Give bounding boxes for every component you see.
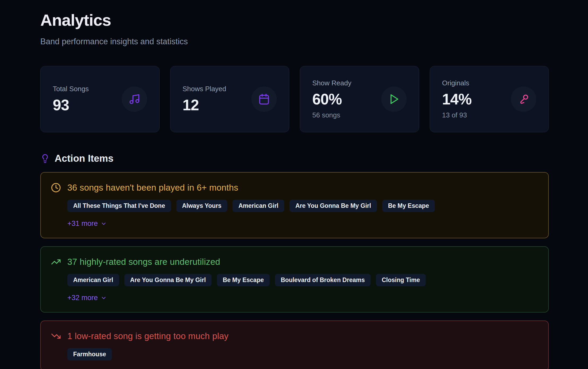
trending-down-icon bbox=[51, 331, 61, 341]
stat-label: Shows Played bbox=[183, 85, 226, 93]
stat-card-shows-played: Shows Played 12 bbox=[170, 66, 289, 132]
song-chip: Be My Escape bbox=[382, 200, 435, 212]
calendar-icon bbox=[258, 93, 270, 105]
action-card-head: 36 songs haven't been played in 6+ month… bbox=[51, 183, 538, 193]
stat-label: Total Songs bbox=[53, 85, 89, 93]
chevron-down-icon bbox=[100, 221, 107, 227]
song-chip: Farmhouse bbox=[67, 348, 112, 361]
show-more-label: +31 more bbox=[67, 219, 98, 228]
stats-row: Total Songs 93 Shows Played 12 Show Read… bbox=[40, 66, 549, 132]
show-more-button[interactable]: +32 more bbox=[67, 294, 107, 302]
action-items-header: Action Items bbox=[40, 153, 549, 164]
song-chip: Are You Gonna Be My Girl bbox=[289, 200, 377, 212]
stat-label: Show Ready bbox=[312, 79, 351, 87]
song-chip: American Girl bbox=[67, 274, 119, 286]
analytics-page: Analytics Band performance insights and … bbox=[0, 0, 588, 369]
action-card-head: 1 low-rated song is getting too much pla… bbox=[51, 331, 538, 341]
song-chip: Always Yours bbox=[176, 200, 227, 212]
page-title: Analytics bbox=[40, 11, 549, 29]
action-card-title: 1 low-rated song is getting too much pla… bbox=[67, 331, 229, 341]
song-chip: Closing Time bbox=[376, 274, 426, 286]
stat-sub: 13 of 93 bbox=[442, 111, 472, 119]
show-more-label: +32 more bbox=[67, 294, 98, 302]
stat-label: Originals bbox=[442, 79, 472, 87]
action-card-title: 36 songs haven't been played in 6+ month… bbox=[67, 183, 238, 193]
stat-value: 93 bbox=[53, 96, 89, 114]
action-card-not-played: 36 songs haven't been played in 6+ month… bbox=[40, 172, 549, 238]
show-more-button[interactable]: +31 more bbox=[67, 219, 107, 228]
stat-value: 14% bbox=[442, 90, 472, 108]
clock-icon bbox=[51, 183, 61, 193]
stat-card-originals: Originals 14% 13 of 93 bbox=[430, 66, 549, 132]
action-card-title: 37 highly-rated songs are underutilized bbox=[67, 257, 220, 267]
action-card-underutilized: 37 highly-rated songs are underutilized … bbox=[40, 246, 549, 313]
microphone-icon bbox=[518, 93, 529, 105]
icon-bubble bbox=[251, 86, 277, 112]
stat-text: Total Songs 93 bbox=[53, 85, 89, 114]
play-icon bbox=[388, 93, 400, 105]
icon-bubble bbox=[381, 86, 407, 112]
page-subtitle: Band performance insights and statistics bbox=[40, 37, 549, 46]
song-chip-list: All These Things That I've Done Always Y… bbox=[67, 200, 538, 212]
icon-bubble bbox=[122, 86, 147, 112]
action-card-head: 37 highly-rated songs are underutilized bbox=[51, 257, 538, 267]
song-chip: Be My Escape bbox=[217, 274, 270, 286]
stat-value: 60% bbox=[312, 90, 351, 108]
action-card-overplayed: 1 low-rated song is getting too much pla… bbox=[40, 320, 549, 369]
stat-text: Shows Played 12 bbox=[183, 85, 226, 114]
chevron-down-icon bbox=[100, 295, 107, 301]
stat-card-total-songs: Total Songs 93 bbox=[40, 66, 160, 132]
lightbulb-icon bbox=[40, 154, 50, 163]
stat-text: Show Ready 60% 56 songs bbox=[312, 79, 351, 119]
music-note-icon bbox=[129, 93, 140, 105]
song-chip-list: Farmhouse bbox=[67, 348, 538, 361]
stat-card-show-ready: Show Ready 60% 56 songs bbox=[300, 66, 419, 132]
icon-bubble bbox=[511, 86, 536, 112]
stat-sub: 56 songs bbox=[312, 111, 351, 119]
song-chip: American Girl bbox=[232, 200, 284, 212]
stat-value: 12 bbox=[183, 96, 226, 114]
song-chip: Boulevard of Broken Dreams bbox=[275, 274, 371, 286]
trending-up-icon bbox=[51, 257, 61, 267]
section-title: Action Items bbox=[55, 153, 113, 164]
stat-text: Originals 14% 13 of 93 bbox=[442, 79, 472, 119]
song-chip-list: American Girl Are You Gonna Be My Girl B… bbox=[67, 274, 538, 286]
song-chip: All These Things That I've Done bbox=[67, 200, 171, 212]
song-chip: Are You Gonna Be My Girl bbox=[124, 274, 212, 286]
